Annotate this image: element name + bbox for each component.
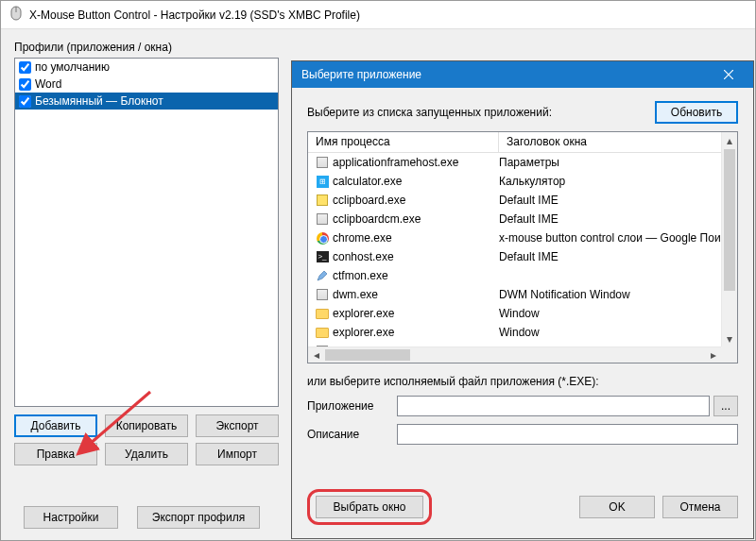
app-icon [9,6,24,24]
edit-button[interactable]: Правка [14,443,97,465]
select-window-button[interactable]: Выбрать окно [316,496,423,518]
export-profile-button[interactable]: Экспорт профиля [137,506,260,529]
process-row[interactable]: ⊞calculator.exeКалькулятор [308,172,721,191]
header-window[interactable]: Заголовок окна [499,132,737,152]
window-title: DWM Notification Window [499,288,721,301]
window-title: Параметры [499,156,721,169]
vertical-scrollbar[interactable]: ▴ ▾ [721,132,737,347]
export-button[interactable]: Экспорт [196,414,279,437]
browse-button[interactable]: ... [713,396,738,416]
description-input[interactable] [397,424,738,445]
scroll-left-icon[interactable]: ◂ [308,347,324,363]
annotation-highlight: Выбрать окно [307,489,432,525]
process-row[interactable]: >_conhost.exeDefault IME [308,247,721,266]
refresh-button[interactable]: Обновить [655,101,738,124]
process-list[interactable]: Имя процесса Заголовок окна applicationf… [307,131,738,363]
process-row[interactable]: explorer.exeWindow [308,304,721,323]
process-icon [316,156,329,169]
main-title: X-Mouse Button Control - Настройки v2.19… [29,8,360,22]
window-title: Калькулятор [499,175,721,188]
profile-buttons: Добавить Копировать Экспорт Правка Удали… [14,414,279,465]
process-row[interactable]: applicationframehost.exeПараметры [308,153,721,172]
profiles-list[interactable]: по умолчаниюWordБезымянный — Блокнот [14,58,279,407]
profile-row[interactable]: Безымянный — Блокнот [15,93,278,110]
profiles-label: Профили (приложения / окна) [14,41,172,54]
scroll-up-icon[interactable]: ▴ [722,132,737,148]
process-row[interactable]: dwm.exeDWM Notification Window [308,285,721,304]
application-input[interactable] [397,396,710,416]
process-row[interactable]: cclipboard.exeDefault IME [308,191,721,210]
process-list-headers: Имя процесса Заголовок окна [308,132,737,153]
process-name: calculator.exe [333,175,402,188]
profile-row[interactable]: по умолчанию [15,59,278,76]
profile-row[interactable]: Word [15,76,278,93]
window-title: Window [499,307,721,320]
window-title: Default IME [499,250,721,263]
process-name: ctfmon.exe [333,269,388,282]
close-icon[interactable] [713,61,744,88]
process-row[interactable]: cclipboardcm.exeDefault IME [308,210,721,228]
application-label: Приложение [307,399,397,413]
process-name: explorer.exe [333,307,394,320]
dialog-instruction: Выберите из списка запущенных приложений… [307,106,655,119]
dialog-body: Выберите из списка запущенных приложений… [292,88,753,538]
process-icon: >_ [316,250,329,263]
process-name: cclipboardcm.exe [333,212,421,226]
scroll-down-icon[interactable]: ▾ [722,330,737,347]
add-button[interactable]: Добавить [14,414,97,437]
profile-checkbox[interactable] [19,61,31,74]
process-row[interactable]: ctfmon.exe [308,266,721,285]
process-row[interactable]: chrome.exex-mouse button control слои — … [308,228,721,247]
process-name: explorer.exe [333,326,394,339]
import-button[interactable]: Импорт [196,443,279,465]
process-name: cclipboard.exe [333,194,405,207]
process-icon: ⊞ [316,175,329,188]
hscroll-thumb[interactable] [325,349,410,361]
window-title: Default IME [499,212,721,226]
window-title: Window [499,326,721,339]
or-select-exe-label: или выберите исполняемый файл приложения… [307,375,738,388]
dialog-title: Выберите приложение [301,68,713,81]
process-icon [316,288,329,301]
process-icon [316,326,329,339]
dialog-titlebar: Выберите приложение [292,61,753,88]
description-label: Описание [307,428,397,441]
horizontal-scrollbar[interactable]: ◂ ▸ [308,347,721,363]
profile-label: Word [35,77,61,91]
window-title: x-mouse button control слои — Google Пои [499,231,721,245]
settings-button[interactable]: Настройки [24,506,118,529]
process-name: dwm.exe [333,288,378,301]
process-icon [316,212,329,226]
scroll-corner [721,347,737,363]
process-icon [316,269,329,282]
select-application-dialog: Выберите приложение Выберите из списка з… [291,60,754,539]
process-icon [316,194,329,207]
process-name: applicationframehost.exe [333,156,458,169]
cancel-button[interactable]: Отмена [662,496,738,518]
copy-button[interactable]: Копировать [105,414,188,437]
scroll-right-icon[interactable]: ▸ [705,347,721,363]
bottom-buttons: Настройки Экспорт профиля [24,506,260,529]
profile-checkbox[interactable] [19,95,31,108]
ok-button[interactable]: OK [579,496,655,518]
process-name: conhost.exe [333,250,394,263]
process-icon [316,231,329,245]
main-titlebar: X-Mouse Button Control - Настройки v2.19… [1,1,755,29]
process-name: chrome.exe [333,231,392,245]
process-icon [316,307,329,320]
process-row[interactable]: explorer.exeWindow [308,323,721,342]
delete-button[interactable]: Удалить [105,443,188,465]
profile-label: Безымянный — Блокнот [35,94,163,108]
header-process[interactable]: Имя процесса [308,132,499,152]
window-title: Default IME [499,194,721,207]
vscroll-thumb[interactable] [724,149,735,291]
profile-checkbox[interactable] [19,78,31,91]
profile-label: по умолчанию [35,60,110,74]
